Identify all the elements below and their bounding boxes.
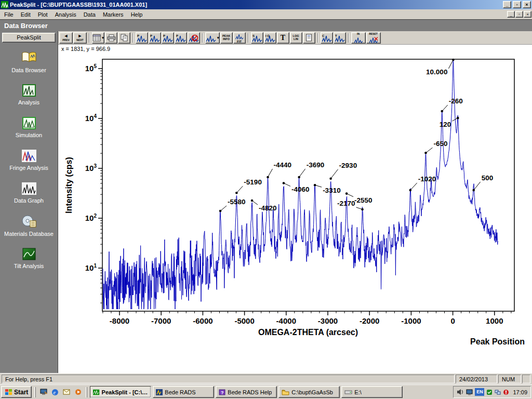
- peak-icon: [206, 34, 216, 42]
- print-icon: [107, 34, 116, 42]
- task-peaksplit[interactable]: PeakSplit - [C:\BU...: [90, 386, 151, 398]
- x-tick-label: -5000: [234, 316, 254, 325]
- peak-search-1-button[interactable]: P: [136, 32, 148, 44]
- spectrum-chart[interactable]: 101102103104105-8000-7000-6000-5000-4000…: [58, 53, 532, 373]
- mdi-restore-button[interactable]: ▫: [515, 11, 523, 18]
- menu-analysis[interactable]: Analysis: [51, 10, 80, 19]
- task-label: PeakSplit - [C:\BU...: [102, 389, 149, 395]
- peak-fit-label: FIT: [237, 40, 242, 43]
- x-tick-label: -6000: [193, 316, 212, 325]
- volume-icon[interactable]: [457, 389, 464, 395]
- layer-marker-button[interactable]: I O: [264, 32, 276, 44]
- peak-icon: P: [176, 34, 186, 42]
- prev-scan-button[interactable]: ◄PREV: [59, 32, 73, 44]
- update-icon[interactable]: [503, 389, 509, 395]
- peak-info-button[interactable]: PEAK INFO: [220, 32, 233, 44]
- taskbar: Start e PeakSplit - [C:\BU...Bede RADS?B…: [0, 384, 532, 399]
- clock[interactable]: 17:09: [513, 389, 527, 395]
- mail-icon: [63, 389, 70, 395]
- theta-marker-button[interactable]: T: [334, 32, 346, 44]
- menu-markers[interactable]: Markers: [99, 10, 127, 19]
- start-button[interactable]: Start: [1, 386, 32, 398]
- svg-text:T: T: [335, 34, 337, 37]
- peak-icon: [234, 33, 245, 39]
- print-button[interactable]: [105, 32, 117, 44]
- sidebar-item-materials-database[interactable]: Materials Database: [0, 209, 58, 242]
- report-button[interactable]: [303, 32, 315, 44]
- peak-label: -4820: [259, 204, 277, 212]
- menu-plot[interactable]: Plot: [34, 10, 51, 19]
- svg-text:S: S: [252, 34, 255, 37]
- menu-data[interactable]: Data: [80, 10, 99, 19]
- quick-launch-mail[interactable]: [61, 387, 72, 397]
- sidebar-item-label: Data Browser: [11, 67, 46, 73]
- task-bede-rads[interactable]: Bede RADS: [153, 386, 214, 398]
- peak-marker-button[interactable]: ▾: [205, 32, 220, 44]
- zoom-in-label: IN: [357, 33, 360, 35]
- mdi-minimize-button[interactable]: _: [507, 11, 515, 18]
- data-graph-icon: [22, 182, 36, 195]
- peak-marker-dot: [361, 208, 364, 211]
- zoom-reset-label: RESET: [369, 33, 378, 35]
- sidebar-item-data-browser[interactable]: Data Browser: [0, 46, 58, 78]
- task-bede-rads-help[interactable]: ?Bede RADS Help: [216, 386, 277, 398]
- peak-icon: P: [137, 34, 147, 42]
- y-tick-label: 102: [85, 213, 97, 222]
- peak-delete-button[interactable]: [188, 32, 200, 44]
- task-drive-e[interactable]: E:\: [341, 386, 403, 398]
- sidebar: PeakSplit Data BrowserAnalysisSimulation…: [0, 31, 58, 373]
- sidebar-item-label: Fringe Analysis: [9, 165, 48, 171]
- peak-fit-button[interactable]: FIT: [233, 32, 246, 44]
- dropdown-arrow-icon: ▾: [102, 36, 104, 39]
- peak-search-2-button[interactable]: P: [149, 32, 161, 44]
- menu-help[interactable]: Help: [127, 10, 147, 19]
- language-indicator[interactable]: EN: [475, 388, 484, 396]
- zoom-reset-button[interactable]: RESET: [366, 32, 381, 44]
- quick-launch-media[interactable]: [73, 387, 83, 397]
- toolbar-separator: [248, 33, 249, 43]
- peak-icon: I O: [265, 34, 275, 42]
- peak-search-4-button[interactable]: P: [175, 32, 187, 44]
- sidebar-item-tilt-analysis[interactable]: Tilt Analysis: [0, 242, 58, 275]
- status-bar: For Help, press F1 24/02/2013 NUM: [0, 373, 532, 384]
- sidebar-item-data-graph[interactable]: Data Graph: [0, 177, 58, 209]
- menu-file[interactable]: File: [1, 10, 17, 19]
- quick-launch-desktop[interactable]: [38, 387, 49, 397]
- sidebar-item-simulation[interactable]: Simulation: [0, 111, 58, 144]
- close-button[interactable]: ×: [523, 1, 531, 8]
- data-list-button[interactable]: ▾: [92, 32, 104, 44]
- restore-button[interactable]: ▫: [513, 1, 521, 8]
- next-scan-button[interactable]: ►NEXT: [73, 32, 87, 44]
- windows-logo-icon: [5, 389, 12, 395]
- peak-position-label: Peak Position: [470, 337, 525, 346]
- task-label: C:\bupt\GaAsSb: [291, 389, 333, 395]
- sidebar-item-label: Data Graph: [14, 197, 44, 204]
- network-icon[interactable]: [495, 389, 501, 395]
- fringe-chart-icon: [22, 150, 36, 162]
- quick-launch-ie[interactable]: e: [50, 387, 60, 397]
- x-tick-label: -8000: [110, 316, 129, 325]
- text-tool-button[interactable]: T: [277, 32, 289, 44]
- task-folder-gaassb[interactable]: C:\bupt\GaAsSb: [278, 386, 340, 398]
- zoom-in-button[interactable]: IN: [351, 32, 366, 44]
- peak-search-3-button[interactable]: P: [162, 32, 174, 44]
- antivirus-icon[interactable]: [486, 389, 493, 395]
- minimize-button[interactable]: _: [503, 1, 511, 8]
- log-lin-toggle-button[interactable]: LOG LIN: [290, 32, 302, 44]
- toolbar-separator: [317, 33, 318, 43]
- system-tray: EN 17:09: [453, 386, 531, 398]
- copy-button[interactable]: [118, 32, 130, 44]
- substrate-marker-button[interactable]: S: [251, 32, 263, 44]
- x-tick-label: -1000: [401, 316, 421, 325]
- sidebar-item-fringe-analysis[interactable]: Fringe Analysis: [0, 144, 58, 177]
- x-tick-label: 1000: [486, 316, 503, 325]
- peak-label: -650: [433, 140, 447, 148]
- calc-marker-button[interactable]: C: [321, 32, 333, 44]
- peak-icon: P: [163, 34, 173, 42]
- cursor-coordinates: x = 1831, y = 966.9: [58, 45, 532, 53]
- display-settings-icon[interactable]: [466, 389, 473, 395]
- sidebar-item-analysis[interactable]: Analysis: [0, 78, 58, 111]
- text-tool-label: T: [281, 34, 285, 42]
- menu-edit[interactable]: Edit: [17, 10, 34, 19]
- mdi-close-button[interactable]: ×: [524, 11, 531, 18]
